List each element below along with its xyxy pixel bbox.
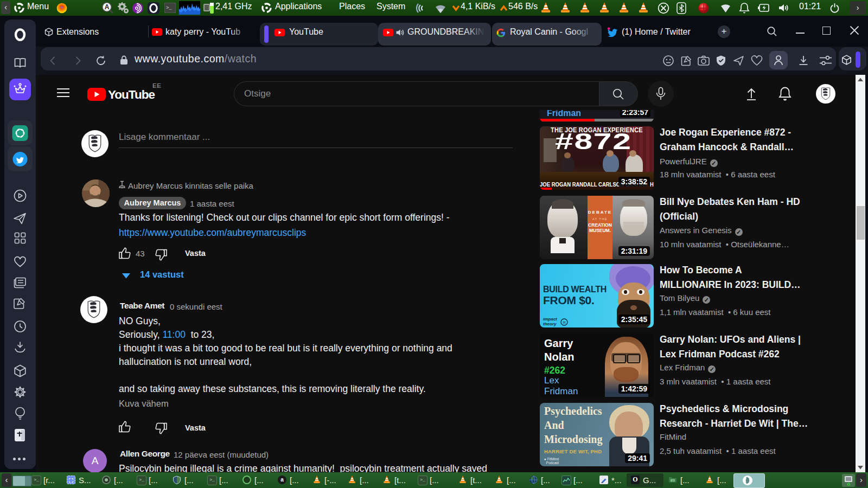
svg-text:♫: ♫ bbox=[672, 479, 674, 482]
svg-text:>_: >_ bbox=[166, 5, 172, 11]
svg-text:π: π bbox=[563, 320, 566, 325]
svg-text:A: A bbox=[105, 3, 110, 11]
svg-text:♻: ♻ bbox=[846, 482, 850, 487]
